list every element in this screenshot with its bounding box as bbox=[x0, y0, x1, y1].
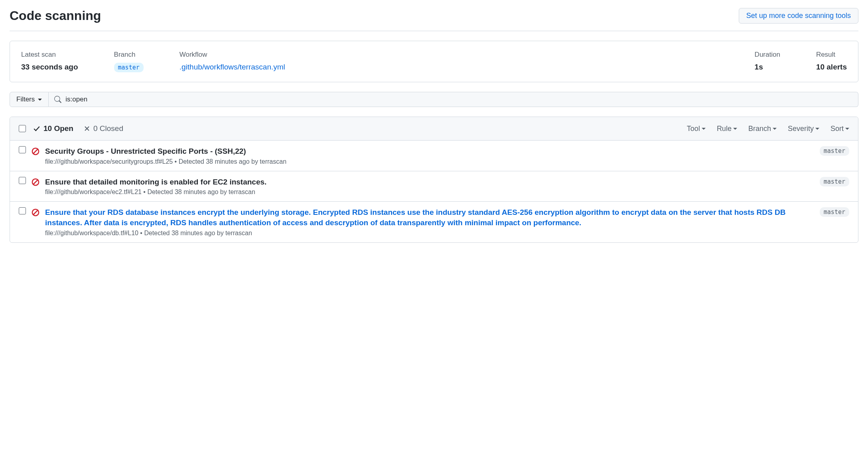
alert-meta: file:///github/workspace/db.tf#L10 • Det… bbox=[45, 230, 814, 237]
workflow-link[interactable]: .github/workflows/terrascan.yml bbox=[180, 63, 719, 71]
check-icon bbox=[33, 125, 40, 132]
filters-label: Filters bbox=[16, 95, 35, 103]
alert-branch-tag[interactable]: master bbox=[820, 146, 849, 156]
svg-line-3 bbox=[34, 180, 38, 184]
alert-row[interactable]: Security Groups - Unrestricted Specific … bbox=[10, 141, 858, 171]
open-count: 10 Open bbox=[43, 124, 73, 133]
closed-count: 0 Closed bbox=[93, 124, 123, 133]
filter-label: Rule bbox=[717, 125, 732, 133]
page-title: Code scanning bbox=[10, 8, 101, 23]
search-wrap[interactable] bbox=[49, 92, 858, 107]
alert-checkbox[interactable] bbox=[19, 207, 26, 214]
filters-button[interactable]: Filters bbox=[10, 92, 49, 107]
alert-title[interactable]: Ensure that detailed monitoring is enabl… bbox=[45, 177, 814, 187]
latest-scan-label: Latest scan bbox=[21, 51, 78, 59]
filter-label: Tool bbox=[687, 125, 700, 133]
branch-tag[interactable]: master bbox=[114, 63, 144, 72]
filter-branch[interactable]: Branch bbox=[748, 125, 777, 133]
filter-tool[interactable]: Tool bbox=[687, 125, 706, 133]
no-entry-icon bbox=[32, 178, 39, 186]
alert-title[interactable]: Security Groups - Unrestricted Specific … bbox=[45, 146, 814, 157]
alert-branch-tag[interactable]: master bbox=[820, 177, 849, 186]
alerts-list: 10 Open 0 Closed ToolRuleBranchSeverityS… bbox=[10, 117, 858, 243]
open-tab[interactable]: 10 Open bbox=[33, 124, 73, 133]
closed-tab[interactable]: 0 Closed bbox=[84, 124, 123, 133]
filter-label: Branch bbox=[748, 125, 771, 133]
workflow-label: Workflow bbox=[180, 51, 719, 59]
scan-summary: Latest scan 33 seconds ago Branch master… bbox=[10, 41, 858, 82]
svg-line-1 bbox=[34, 149, 38, 154]
no-entry-icon bbox=[32, 147, 39, 155]
alert-meta: file:///github/workspace/securitygroups.… bbox=[45, 158, 814, 165]
svg-line-5 bbox=[34, 210, 38, 215]
alert-body: Ensure that your RDS database instances … bbox=[45, 207, 814, 236]
no-entry-icon bbox=[32, 208, 39, 216]
search-input[interactable] bbox=[65, 92, 852, 107]
alert-checkbox[interactable] bbox=[19, 177, 26, 184]
filter-rule[interactable]: Rule bbox=[717, 125, 737, 133]
result-label: Result bbox=[816, 51, 847, 59]
result-value: 10 alerts bbox=[816, 63, 847, 71]
caret-down-icon bbox=[815, 128, 819, 130]
alert-title[interactable]: Ensure that your RDS database instances … bbox=[45, 207, 814, 228]
alert-meta: file:///github/workspace/ec2.tf#L21 • De… bbox=[45, 188, 814, 196]
x-icon bbox=[84, 125, 90, 132]
select-all-checkbox[interactable] bbox=[19, 125, 26, 132]
alert-row[interactable]: Ensure that detailed monitoring is enabl… bbox=[10, 171, 858, 202]
alert-branch-tag[interactable]: master bbox=[820, 207, 849, 217]
alert-body: Ensure that detailed monitoring is enabl… bbox=[45, 177, 814, 196]
filter-sort[interactable]: Sort bbox=[831, 125, 849, 133]
setup-more-tools-button[interactable]: Set up more code scanning tools bbox=[739, 8, 858, 24]
alert-row[interactable]: Ensure that your RDS database instances … bbox=[10, 202, 858, 242]
alert-checkbox[interactable] bbox=[19, 146, 26, 153]
alerts-header: 10 Open 0 Closed ToolRuleBranchSeverityS… bbox=[10, 117, 858, 141]
alert-body: Security Groups - Unrestricted Specific … bbox=[45, 146, 814, 165]
caret-down-icon bbox=[38, 99, 42, 101]
latest-scan-value: 33 seconds ago bbox=[21, 63, 78, 71]
duration-label: Duration bbox=[755, 51, 780, 59]
caret-down-icon bbox=[702, 128, 706, 130]
filter-label: Sort bbox=[831, 125, 844, 133]
filter-label: Severity bbox=[788, 125, 814, 133]
search-icon bbox=[54, 96, 61, 103]
caret-down-icon bbox=[733, 128, 737, 130]
branch-label: Branch bbox=[114, 51, 144, 59]
caret-down-icon bbox=[773, 128, 777, 130]
duration-value: 1s bbox=[755, 63, 780, 71]
caret-down-icon bbox=[845, 128, 849, 130]
filter-severity[interactable]: Severity bbox=[788, 125, 819, 133]
